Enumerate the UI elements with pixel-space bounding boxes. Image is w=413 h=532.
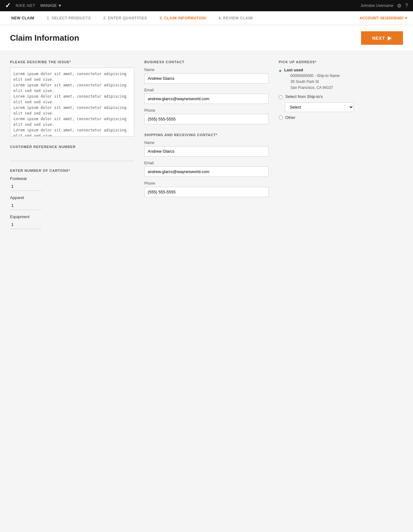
equipment-label: Equipment [10,214,134,219]
username-label: Johndoe Username [360,3,393,8]
page-title: Claim Information [10,33,79,43]
select-shipto-label[interactable]: Select from Ship-to's [285,94,323,99]
other-option: Other [279,115,403,120]
cartons-section: ENTER NUMBER OF CARTONS* Footwear Appare… [10,169,134,229]
manage-button[interactable]: MANAGE ▼ [40,3,62,8]
address-line1: 00000000000 - Ship-to Name 35 South Park… [290,73,339,91]
footwear-input[interactable] [10,182,41,191]
shipping-contact-section: SHIPPING AND RECEIVING CONTACT* Name Ema… [144,133,268,197]
nike-logo: ✓ [5,2,11,10]
step-new-claim[interactable]: NEW CLAIM [5,11,41,25]
other-label[interactable]: Other [285,115,296,120]
step-nav: NEW CLAIM 1. SELECT PRODUCTS 2. ENTER QU… [0,11,413,25]
ship-to-radio-group: Select from Ship-to's Select [279,94,403,112]
address-line1-text: 00000000000 - Ship-to Name [290,74,339,78]
address-line2-text: 35 South Park St [290,79,319,84]
left-column: PLEASE DESCRIBE THE ISSUE* CUSTOMER REFE… [10,60,134,233]
shipping-phone-label: Phone [144,181,268,186]
business-contact-section: BUSINESS CONTACT Name Email Phone [144,60,268,124]
middle-column: BUSINESS CONTACT Name Email Phone SHIPPI… [144,60,268,233]
shipping-contact-label: SHIPPING AND RECEIVING CONTACT* [144,133,268,137]
business-email-label: Email [144,88,268,92]
last-used-label: Last used [284,68,339,72]
business-phone-input[interactable] [144,114,268,124]
shipping-email-input[interactable] [144,166,268,177]
help-icon[interactable]: ? [405,3,408,8]
equipment-input[interactable] [10,220,41,229]
shipping-name-label: Name [144,141,268,145]
chevron-down-icon: ▼ [58,3,62,8]
issue-section-label: PLEASE DESCRIBE THE ISSUE* [10,60,134,64]
shipping-name-input[interactable] [144,146,268,156]
shipping-phone-input[interactable] [144,187,268,197]
step-2[interactable]: 2. ENTER QUANTITIES [97,11,153,25]
nike-net-label: NIKE.NET [16,3,35,8]
step-1[interactable]: 1. SELECT PRODUCTS [41,11,97,25]
business-phone-label: Phone [144,108,268,113]
ship-to-select-wrapper: Select [285,102,403,112]
shipping-name-group: Name [144,141,268,156]
right-column: PICK UP ADDRESS* ● Last used 00000000000… [279,60,403,233]
reference-input[interactable] [10,152,134,161]
arrow-right-icon: ▶ [388,35,392,41]
select-shipto-radio[interactable] [279,95,283,99]
settings-icon[interactable]: ⚙ [397,3,401,9]
address-line3-text: San Francisco, CA 94107 [290,85,333,90]
issue-textarea[interactable] [10,68,134,136]
apparel-label: Apparel [10,195,134,200]
other-radio[interactable] [279,115,283,120]
select-shipto-option: Select from Ship-to's [279,94,403,99]
reference-section: CUSTOMER REFERENCE NUMBER [10,145,134,161]
account-label: ACCOUNT: [359,16,379,20]
page-header: Claim Information NEXT ▶ [0,25,413,51]
manage-label: MANAGE [40,3,57,8]
pickup-section: PICK UP ADDRESS* ● Last used 00000000000… [279,60,403,120]
apparel-input[interactable] [10,201,41,210]
equipment-carton: Equipment [10,214,134,229]
business-name-input[interactable] [144,73,268,84]
footwear-carton: Footwear [10,176,134,191]
business-phone-group: Phone [144,108,268,124]
business-email-input[interactable] [144,94,268,104]
business-name-group: Name [144,68,268,84]
cartons-label: ENTER NUMBER OF CARTONS* [10,169,134,172]
next-button-label: NEXT [372,36,385,41]
reference-label: CUSTOMER REFERENCE NUMBER [10,145,134,149]
shipping-phone-group: Phone [144,181,268,197]
pickup-label: PICK UP ADDRESS* [279,60,403,64]
top-nav: ✓ NIKE.NET MANAGE ▼ Johndoe Username ⚙ ? [0,0,413,11]
step-4[interactable]: 4. REVIEW CLAIM [212,11,259,25]
ship-to-dropdown[interactable]: Select [285,102,354,112]
apparel-carton: Apparel [10,195,134,210]
shipping-email-label: Email [144,161,268,165]
business-name-label: Name [144,68,268,72]
account-chevron-icon: ▼ [404,16,408,20]
top-nav-right: Johndoe Username ⚙ ? [360,3,408,9]
shipping-email-group: Email [144,161,268,177]
business-email-group: Email [144,88,268,104]
last-used-option: ● Last used 00000000000 - Ship-to Name 3… [279,68,403,91]
account-number: 08182830402 [380,16,403,20]
account-info: ACCOUNT: 08182830402 ▼ [359,16,408,20]
step-3[interactable]: 3. CLAIM INFORMATION [153,11,212,25]
issue-label-text: PLEASE DESCRIBE THE ISSUE* [10,60,71,64]
next-button[interactable]: NEXT ▶ [361,31,403,45]
business-contact-label: BUSINESS CONTACT [144,60,268,64]
last-used-content: Last used 00000000000 - Ship-to Name 35 … [284,68,339,91]
main-content: PLEASE DESCRIBE THE ISSUE* CUSTOMER REFE… [0,51,413,242]
green-dot-icon: ● [279,68,282,74]
top-nav-left: ✓ NIKE.NET MANAGE ▼ [5,2,62,10]
footwear-label: Footwear [10,176,134,181]
